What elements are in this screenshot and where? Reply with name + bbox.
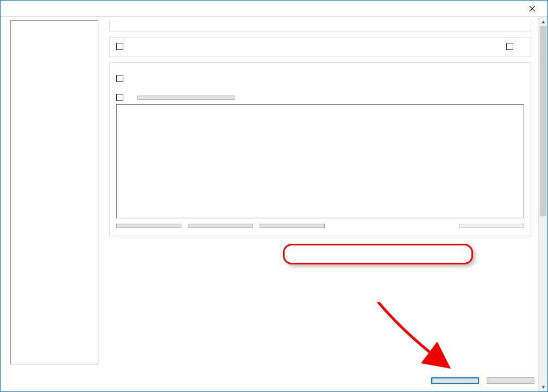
dialog-buttons xyxy=(431,377,534,384)
scroll-up-arrow-icon[interactable]: ▲ xyxy=(539,17,548,26)
privileged-locations-group xyxy=(109,62,531,236)
settings-pane xyxy=(109,19,542,386)
scroll-down-arrow-icon[interactable]: ▼ xyxy=(539,382,548,391)
auto-trust-sites-checkbox[interactable] xyxy=(116,94,127,101)
scroll-thumb[interactable] xyxy=(540,26,546,216)
add-host-button[interactable] xyxy=(260,224,325,228)
dialog-body: ▲ ▼ xyxy=(1,17,547,391)
protected-view-group xyxy=(109,20,531,31)
enhanced-security-group xyxy=(109,37,531,57)
remove-button[interactable] xyxy=(459,224,524,228)
protected-view-label xyxy=(116,23,165,24)
category-list[interactable] xyxy=(10,20,98,364)
cross-domain-log-checkbox[interactable] xyxy=(506,43,516,50)
scroll-track[interactable] xyxy=(539,26,547,382)
annotation-callout xyxy=(283,244,473,264)
preferences-window: ▲ ▼ xyxy=(0,0,548,392)
titlebar xyxy=(1,1,547,17)
add-file-button[interactable] xyxy=(116,224,181,228)
auto-trust-cert-checkbox[interactable] xyxy=(116,75,127,82)
cancel-button[interactable] xyxy=(487,377,534,384)
vertical-scrollbar[interactable]: ▲ ▼ xyxy=(538,17,547,391)
view-trusted-sites-button[interactable] xyxy=(137,96,235,100)
add-folder-path-button[interactable] xyxy=(188,224,253,228)
close-button[interactable] xyxy=(521,1,543,16)
enable-enhanced-security-checkbox[interactable] xyxy=(116,43,127,50)
close-icon xyxy=(530,6,535,11)
privileged-locations-listbox[interactable] xyxy=(116,104,524,218)
ok-button[interactable] xyxy=(431,377,479,384)
